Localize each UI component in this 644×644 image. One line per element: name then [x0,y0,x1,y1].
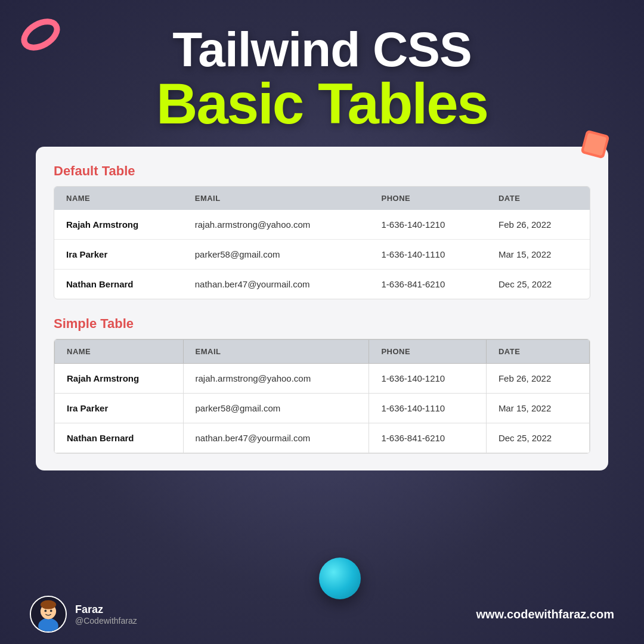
ring-decoration-icon [19,13,62,56]
author-text: Faraz @Codewithfaraz [75,603,137,626]
table-row: Ira Parker parker58@gmail.com 1-636-140-… [55,394,590,423]
col-header-email: EMAIL [183,340,369,364]
col-header-phone: PHONE [369,340,486,364]
col-header-date: DATE [486,340,589,364]
cell-name: Rajah Armstrong [55,364,184,394]
cell-date: Mar 15, 2022 [487,240,590,270]
cell-name: Ira Parker [55,394,184,423]
cell-name: Ira Parker [54,240,183,270]
footer-website: www.codewithfaraz.com [476,608,614,621]
author-handle: @Codewithfaraz [75,616,137,626]
cell-email: nathan.ber47@yourmail.com [183,423,369,453]
cell-date: Mar 15, 2022 [486,394,589,423]
header-section: Tailwind CSS Basic Tables [156,0,488,132]
cell-phone: 1-636-140-1110 [370,240,487,270]
simple-table-body: Rajah Armstrong rajah.armstrong@yahoo.co… [55,364,590,453]
simple-table-head: NAME EMAIL PHONE DATE [55,340,590,364]
col-header-email: EMAIL [183,187,370,210]
default-table: NAME EMAIL PHONE DATE Rajah Armstrong ra… [54,187,590,299]
cell-date: Dec 25, 2022 [486,423,589,453]
table-row: Ira Parker parker58@gmail.com 1-636-140-… [54,240,590,270]
default-table-body: Rajah Armstrong rajah.armstrong@yahoo.co… [54,210,590,299]
svg-point-0 [20,16,61,52]
cell-name: Rajah Armstrong [54,210,183,240]
cell-phone: 1-636-841-6210 [369,423,486,453]
cell-email: parker58@gmail.com [183,240,370,270]
table-row: Nathan Bernard nathan.ber47@yourmail.com… [54,270,590,299]
cell-email: rajah.armstrong@yahoo.com [183,364,369,394]
col-header-name: NAME [54,187,183,210]
cell-email: rajah.armstrong@yahoo.com [183,210,370,240]
col-header-phone: PHONE [370,187,487,210]
cell-phone: 1-636-841-6210 [370,270,487,299]
table-row: Rajah Armstrong rajah.armstrong@yahoo.co… [54,210,590,240]
avatar-image [31,596,66,633]
default-table-header-row: NAME EMAIL PHONE DATE [54,187,590,210]
svg-point-7 [44,610,47,612]
cell-phone: 1-636-140-1210 [369,364,486,394]
col-header-name: NAME [55,340,184,364]
col-header-date: DATE [487,187,590,210]
title-tailwind-css: Tailwind CSS [156,24,488,75]
diamond-decoration-icon [576,125,614,163]
author-info: Faraz @Codewithfaraz [30,596,137,633]
simple-table-header-row: NAME EMAIL PHONE DATE [55,340,590,364]
table-row: Rajah Armstrong rajah.armstrong@yahoo.co… [55,364,590,394]
page: Tailwind CSS Basic Tables Default Table … [0,0,644,644]
default-table-wrapper: NAME EMAIL PHONE DATE Rajah Armstrong ra… [54,186,590,299]
cell-phone: 1-636-140-1110 [369,394,486,423]
simple-table-title: Simple Table [54,316,590,332]
cell-email: nathan.ber47@yourmail.com [183,270,370,299]
cell-date: Feb 26, 2022 [486,364,589,394]
avatar [30,596,67,633]
cell-phone: 1-636-140-1210 [370,210,487,240]
cell-date: Feb 26, 2022 [487,210,590,240]
footer: Faraz @Codewithfaraz www.codewithfaraz.c… [0,584,644,644]
svg-point-6 [41,600,56,609]
svg-point-8 [50,610,52,612]
default-table-title: Default Table [54,163,590,179]
default-table-head: NAME EMAIL PHONE DATE [54,187,590,210]
main-card: Default Table NAME EMAIL PHONE DATE Raja… [36,147,608,470]
title-basic-tables: Basic Tables [156,75,488,132]
cell-email: parker58@gmail.com [183,394,369,423]
table-row: Nathan Bernard nathan.ber47@yourmail.com… [55,423,590,453]
cell-date: Dec 25, 2022 [487,270,590,299]
simple-table-wrapper: NAME EMAIL PHONE DATE Rajah Armstrong ra… [54,339,590,454]
author-name: Faraz [75,603,137,616]
cell-name: Nathan Bernard [54,270,183,299]
simple-table: NAME EMAIL PHONE DATE Rajah Armstrong ra… [54,339,590,453]
cell-name: Nathan Bernard [55,423,184,453]
